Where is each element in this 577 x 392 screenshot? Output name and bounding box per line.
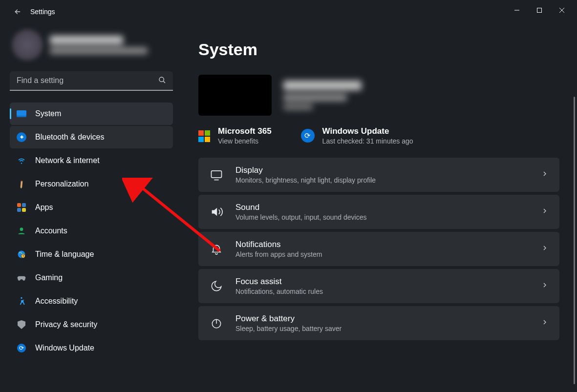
nav-label: Network & internet [35, 156, 100, 165]
sidebar: System ⌖ Bluetooth & devices Network & i… [0, 23, 181, 392]
nav-label: Windows Update [35, 344, 94, 352]
wifi-icon [17, 156, 26, 165]
row-focus[interactable]: Focus assist Notifications, automatic ru… [198, 269, 559, 303]
shield-icon [17, 320, 26, 330]
nav-label: Apps [35, 203, 53, 212]
page-title: System [198, 40, 563, 59]
cloud-links: Microsoft 365 View benefits ⟳ Windows Up… [198, 126, 563, 145]
title-bar: Settings [0, 0, 577, 23]
row-sub: Volume levels, output, input, sound devi… [235, 213, 529, 221]
nav-bluetooth[interactable]: ⌖ Bluetooth & devices [10, 126, 173, 148]
row-sub: Sleep, battery usage, battery saver [235, 325, 529, 332]
device-text-redacted [283, 81, 362, 110]
chevron-right-icon [541, 244, 549, 254]
gamepad-icon [17, 273, 26, 283]
nav-label: System [35, 109, 61, 118]
profile-block[interactable] [12, 29, 173, 61]
svg-point-2 [20, 227, 23, 231]
row-display[interactable]: Display Monitors, brightness, night ligh… [198, 158, 559, 192]
nav-apps[interactable]: Apps [10, 196, 173, 219]
search-icon [158, 76, 166, 86]
row-title: Focus assist [235, 277, 529, 287]
nav-label: Bluetooth & devices [35, 133, 104, 142]
display-icon [209, 167, 224, 182]
nav-label: Time & language [35, 250, 94, 259]
row-notifications[interactable]: Notifications Alerts from apps and syste… [198, 232, 559, 266]
nav-label: Accounts [35, 227, 67, 235]
microsoft365-link[interactable]: Microsoft 365 View benefits [198, 126, 272, 145]
row-title: Notifications [235, 240, 529, 249]
nav-personalization[interactable]: Personalization [10, 173, 173, 195]
nav-time[interactable]: Time & language [10, 243, 173, 266]
windows-update-link[interactable]: ⟳ Windows Update Last checked: 31 minute… [301, 126, 413, 145]
back-button[interactable] [10, 4, 25, 20]
row-title: Sound [235, 203, 529, 212]
bluetooth-icon: ⌖ [17, 132, 26, 142]
nav-update[interactable]: ⟳ Windows Update [10, 337, 173, 359]
cloud-sub: Last checked: 31 minutes ago [322, 137, 413, 145]
device-summary [198, 75, 563, 116]
minimize-button[interactable] [506, 2, 528, 18]
row-power[interactable]: Power & battery Sleep, battery usage, ba… [198, 306, 559, 340]
settings-list: Display Monitors, brightness, night ligh… [198, 158, 563, 340]
microsoft-logo-icon [198, 130, 210, 142]
row-sub: Alerts from apps and system [235, 250, 529, 258]
monitor-icon [17, 109, 26, 119]
bell-icon [209, 242, 224, 256]
nav-accounts[interactable]: Accounts [10, 220, 173, 242]
svg-rect-6 [212, 171, 222, 178]
globe-icon [17, 249, 26, 259]
search-input[interactable] [10, 71, 173, 91]
search-box[interactable] [10, 71, 173, 91]
apps-icon [17, 203, 26, 212]
nav-gaming[interactable]: Gaming [10, 267, 173, 289]
windows-update-icon: ⟳ [301, 129, 315, 143]
window-title: Settings [30, 8, 55, 16]
close-button[interactable] [551, 2, 573, 18]
chevron-right-icon [541, 207, 549, 217]
moon-icon [209, 279, 224, 293]
nav-accessibility[interactable]: Accessibility [10, 290, 173, 312]
chevron-right-icon [541, 170, 549, 180]
nav-label: Accessibility [35, 297, 78, 306]
power-icon [209, 316, 224, 330]
cloud-title: Windows Update [322, 126, 413, 136]
row-sub: Monitors, brightness, night light, displ… [235, 176, 529, 184]
nav-list: System ⌖ Bluetooth & devices Network & i… [10, 103, 173, 359]
main-panel: System Microsoft 365 View benefits ⟳ Win… [181, 23, 577, 392]
nav-network[interactable]: Network & internet [10, 149, 173, 172]
device-thumbnail [198, 75, 272, 116]
avatar [12, 29, 43, 61]
row-sound[interactable]: Sound Volume levels, output, input, soun… [198, 195, 559, 229]
user-icon [17, 226, 26, 236]
chevron-right-icon [541, 318, 549, 328]
nav-label: Gaming [35, 273, 63, 282]
nav-privacy[interactable]: Privacy & security [10, 313, 173, 336]
nav-system[interactable]: System [10, 103, 173, 125]
scrollbar[interactable] [574, 97, 575, 384]
row-title: Power & battery [235, 314, 529, 324]
row-title: Display [235, 165, 529, 175]
update-icon: ⟳ [17, 343, 26, 353]
cloud-sub: View benefits [218, 137, 272, 145]
nav-label: Privacy & security [35, 320, 97, 329]
maximize-button[interactable] [528, 2, 551, 18]
nav-label: Personalization [35, 180, 88, 188]
cloud-title: Microsoft 365 [218, 126, 272, 136]
svg-point-1 [159, 77, 164, 82]
accessibility-icon [17, 296, 26, 306]
sound-icon [209, 205, 224, 219]
brush-icon [15, 177, 28, 191]
svg-rect-0 [537, 8, 542, 13]
chevron-right-icon [541, 281, 549, 291]
row-sub: Notifications, automatic rules [235, 288, 529, 295]
profile-text-redacted [50, 36, 148, 54]
svg-point-5 [21, 297, 22, 299]
